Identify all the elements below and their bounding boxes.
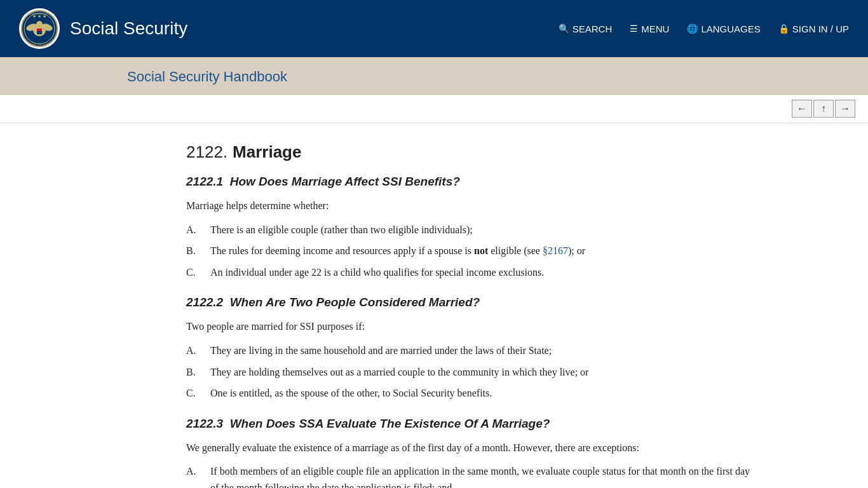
subsection-intro-2: Two people are married for SSI purposes …: [186, 318, 758, 335]
languages-nav-item[interactable]: 🌐 LANGUAGES: [687, 24, 760, 34]
subsection-2122-2: 2122.2 When Are Two People Considered Ma…: [186, 295, 758, 401]
list-text: One is entitled, as the spouse of the ot…: [210, 385, 758, 402]
subsection-heading-3: When Does SSA Evaluate The Existence Of …: [230, 417, 550, 430]
svg-text:SOCIAL SECURITY: SOCIAL SECURITY: [24, 43, 55, 46]
list-text: The rules for deeming income and resourc…: [210, 243, 758, 259]
breadcrumb-bar: Social Security Handbook: [0, 57, 868, 95]
list-text: An individual under age 22 is a child wh…: [210, 264, 758, 281]
search-nav-item[interactable]: 🔍 SEARCH: [559, 24, 613, 34]
subsection-intro-1: Marriage helps determine whether:: [186, 198, 758, 214]
svg-text:ADMINISTRATION: ADMINISTRATION: [28, 13, 51, 15]
main-content: 2122.Marriage 2122.1 How Does Marriage A…: [85, 123, 783, 488]
up-arrow-button[interactable]: ↑: [813, 100, 834, 118]
subsection-title-1: 2122.1 How Does Marriage Affect SSI Bene…: [186, 175, 758, 189]
signin-label: SIGN IN / UP: [792, 24, 849, 34]
subsection-heading-1: How Does Marriage Affect SSI Benefits?: [230, 175, 460, 188]
search-icon: 🔍: [559, 24, 569, 34]
list-label: C.: [186, 264, 204, 281]
list-item: B. The rules for deeming income and reso…: [186, 243, 758, 259]
list-item: C. One is entitled, as the spouse of the…: [186, 385, 758, 402]
list-text: They are holding themselves out as a mar…: [210, 364, 758, 381]
section-link-2167[interactable]: §2167: [543, 245, 568, 256]
subsection-id-1: 2122.1: [186, 175, 223, 188]
site-header: ★ ★ ★ SOCIAL SECURITY ADMINISTRATION Soc…: [0, 0, 868, 57]
menu-label: MENU: [641, 24, 669, 34]
list-text: There is an eligible couple (rather than…: [210, 222, 758, 238]
search-label: SEARCH: [573, 24, 613, 34]
section-title: 2122.Marriage: [186, 142, 758, 162]
ssa-seal-icon: ★ ★ ★ SOCIAL SECURITY ADMINISTRATION: [21, 10, 58, 47]
signin-nav-item[interactable]: 🔒 SIGN IN / UP: [778, 24, 849, 34]
list-item: C. An individual under age 22 is a child…: [186, 264, 758, 281]
prev-arrow-button[interactable]: ←: [792, 100, 812, 118]
next-arrow-button[interactable]: →: [835, 100, 855, 118]
header-nav: 🔍 SEARCH ☰ MENU 🌐 LANGUAGES 🔒 SIGN IN / …: [559, 24, 849, 34]
section-number: 2122.: [186, 142, 227, 161]
svg-rect-8: [37, 29, 42, 31]
subsection-heading-2: When Are Two People Considered Married?: [230, 295, 480, 309]
list-label: C.: [186, 385, 204, 402]
list-label: A.: [186, 222, 204, 238]
header-left: ★ ★ ★ SOCIAL SECURITY ADMINISTRATION Soc…: [19, 8, 187, 49]
arrow-up-icon: ↑: [821, 103, 826, 114]
subsection-id-3: 2122.3: [186, 417, 223, 430]
menu-nav-item[interactable]: ☰ MENU: [630, 24, 669, 34]
list-item: A. There is an eligible couple (rather t…: [186, 222, 758, 238]
list-item: A. If both members of an eligible couple…: [186, 463, 758, 488]
languages-label: LANGUAGES: [701, 24, 760, 34]
ssa-logo: ★ ★ ★ SOCIAL SECURITY ADMINISTRATION: [19, 8, 60, 49]
list-text: They are living in the same household an…: [210, 342, 758, 359]
list-label: A.: [186, 463, 204, 488]
subsection-id-2: 2122.2: [186, 295, 223, 309]
list-label: B.: [186, 243, 204, 259]
breadcrumb-title[interactable]: Social Security Handbook: [127, 69, 287, 85]
list-item: A. They are living in the same household…: [186, 342, 758, 359]
list-item: B. They are holding themselves out as a …: [186, 364, 758, 381]
list-label: B.: [186, 364, 204, 381]
arrow-left-icon: ←: [797, 103, 807, 114]
subsection-intro-3: We generally evaluate the existence of a…: [186, 440, 758, 456]
list-label: A.: [186, 342, 204, 359]
lock-icon: 🔒: [778, 24, 789, 34]
subsection-title-3: 2122.3 When Does SSA Evaluate The Existe…: [186, 417, 758, 431]
list-text: If both members of an eligible couple fi…: [210, 463, 758, 488]
arrow-right-icon: →: [840, 103, 850, 114]
menu-icon: ☰: [630, 24, 638, 34]
globe-icon: 🌐: [687, 24, 698, 34]
site-title: Social Security: [70, 18, 187, 39]
section-heading: Marriage: [233, 142, 301, 161]
subsection-2122-1: 2122.1 How Does Marriage Affect SSI Bene…: [186, 175, 758, 280]
subsection-title-2: 2122.2 When Are Two People Considered Ma…: [186, 295, 758, 309]
nav-arrows: ← ↑ →: [0, 95, 868, 123]
subsection-2122-3: 2122.3 When Does SSA Evaluate The Existe…: [186, 417, 758, 488]
